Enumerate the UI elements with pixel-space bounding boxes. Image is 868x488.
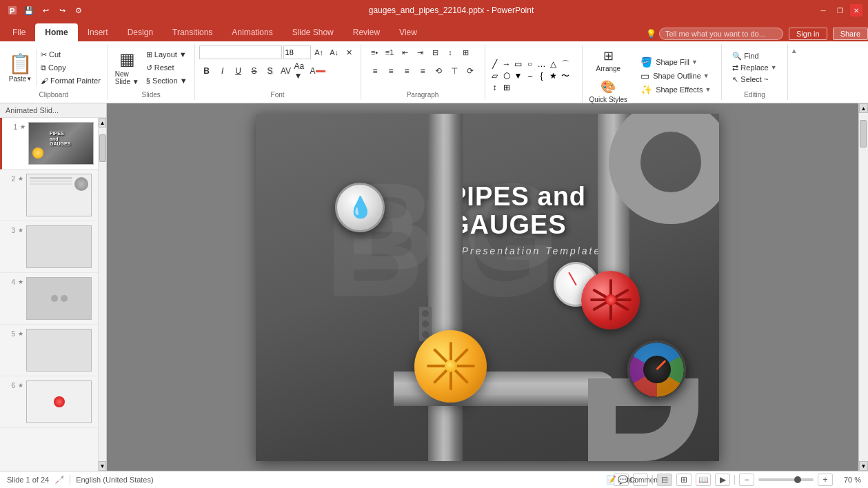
zoom-slider[interactable] xyxy=(758,478,814,481)
tab-slideshow[interactable]: Slide Show xyxy=(283,23,343,41)
slide-sorter-button[interactable]: ⊞ xyxy=(676,474,692,486)
strikethrough-button[interactable]: S xyxy=(247,63,262,79)
slide-item-6[interactable]: 6 ★ xyxy=(0,376,98,428)
increase-indent[interactable]: ⇥ xyxy=(413,45,427,59)
shape-effects-button[interactable]: ✨ Shape Effects ▼ xyxy=(638,83,713,96)
shape-triangle[interactable]: △ xyxy=(548,59,559,70)
slide-canvas[interactable]: BIG 💧 xyxy=(256,114,719,461)
share-button[interactable]: Share xyxy=(833,28,868,40)
tab-animations[interactable]: Animations xyxy=(222,23,282,41)
find-button[interactable]: 🔍 Find xyxy=(730,51,778,61)
scroll-up-btn[interactable]: ▲ xyxy=(99,118,106,128)
align-center[interactable]: ≡ xyxy=(383,63,398,79)
shape-arc[interactable]: ⌢ xyxy=(525,70,536,81)
clear-format[interactable]: ✕ xyxy=(343,45,356,59)
bullets-button[interactable]: ≡• xyxy=(367,45,381,59)
shape-circle[interactable]: ○ xyxy=(525,59,536,70)
shape-expand[interactable]: ⊞ xyxy=(501,82,512,93)
reading-view-button[interactable]: 📖 xyxy=(696,474,711,486)
shape-scroll[interactable]: ↕ xyxy=(489,82,501,93)
signin-button[interactable]: Sign in xyxy=(789,28,827,40)
font-name-input[interactable] xyxy=(199,45,282,59)
accessibility-btn[interactable]: 🦯 xyxy=(54,476,64,485)
shape-down[interactable]: ▼ xyxy=(513,70,524,81)
comments-button[interactable]: 💬 Comments xyxy=(633,474,648,486)
italic-button[interactable]: I xyxy=(215,63,230,79)
char-spacing-button[interactable]: AV xyxy=(279,63,294,79)
shape-line[interactable]: ╱ xyxy=(489,59,501,70)
align-right[interactable]: ≡ xyxy=(399,63,414,79)
tab-view[interactable]: View xyxy=(390,23,427,41)
layout-button[interactable]: ⊞ Layout ▼ xyxy=(143,49,190,61)
right-scrollbar[interactable]: ▲ ▼ xyxy=(858,103,868,471)
section-button[interactable]: § Section ▼ xyxy=(143,75,190,86)
align-left[interactable]: ≡ xyxy=(367,63,383,79)
columns-button[interactable]: ⊟ xyxy=(428,45,442,59)
normal-view-button[interactable]: ⊟ xyxy=(657,474,672,486)
underline-button[interactable]: U xyxy=(231,63,246,79)
right-scroll-down[interactable]: ▼ xyxy=(859,461,868,471)
new-slide-button[interactable]: ▦ NewSlide ▼ xyxy=(112,47,142,88)
tab-review[interactable]: Review xyxy=(343,23,390,41)
slide-panel-scrollbar[interactable]: ▲ ▼ xyxy=(98,118,106,471)
reset-button[interactable]: ↺ Reset xyxy=(143,62,190,74)
copy-button[interactable]: ⧉ Copy xyxy=(38,62,103,74)
scroll-down-btn[interactable]: ▼ xyxy=(99,461,106,471)
ribbon-expand-btn[interactable]: ▲ xyxy=(789,45,799,56)
shape-curve[interactable]: ⌒ xyxy=(560,59,571,70)
paste-button[interactable]: 📋 Paste ▼ xyxy=(4,49,37,86)
shape-arrow[interactable]: → xyxy=(501,59,512,70)
decrease-font-size[interactable]: A↓ xyxy=(327,45,341,59)
slide-item-4[interactable]: 4 ★ xyxy=(0,273,98,325)
tab-design[interactable]: Design xyxy=(118,23,163,41)
shadow-button[interactable]: S xyxy=(263,63,278,79)
slideshow-button[interactable]: ▶ xyxy=(715,474,730,486)
save-btn[interactable]: 💾 xyxy=(22,3,36,17)
quick-styles-button[interactable]: 🎨 Quick Styles xyxy=(585,77,632,106)
align-text[interactable]: ⊤ xyxy=(447,63,462,79)
font-color-button[interactable]: A xyxy=(310,63,325,79)
paragraph-dialog[interactable]: ⊞ xyxy=(458,45,472,59)
restore-btn[interactable]: ❐ xyxy=(834,4,846,17)
select-button[interactable]: ↖ Select ~ xyxy=(730,74,778,85)
minimize-btn[interactable]: ─ xyxy=(817,4,829,17)
format-painter-button[interactable]: 🖌 Format Painter xyxy=(38,75,103,86)
slide-item-5[interactable]: 5 ★ xyxy=(0,325,98,376)
shape-parallelogram[interactable]: ▱ xyxy=(489,70,501,81)
line-spacing-button[interactable]: ↕ xyxy=(443,45,457,59)
shape-callout[interactable]: ⬡ xyxy=(501,70,512,81)
numbering-button[interactable]: ≡1 xyxy=(383,45,396,59)
shape-rect[interactable]: ▭ xyxy=(513,59,524,70)
shape-fill-button[interactable]: 🪣 Shape Fill ▼ xyxy=(638,56,713,68)
change-case-button[interactable]: Aa ▼ xyxy=(294,63,310,79)
justify[interactable]: ≡ xyxy=(415,63,430,79)
undo-btn[interactable]: ↩ xyxy=(39,3,52,17)
shape-wavy[interactable]: 〜 xyxy=(560,70,571,81)
close-btn[interactable]: ✕ xyxy=(850,4,862,17)
slide-item-2[interactable]: 2 ★ xyxy=(0,170,98,221)
arrange-button[interactable]: ⊞ Arrange xyxy=(585,45,632,75)
bold-button[interactable]: B xyxy=(199,63,214,79)
shape-outline-button[interactable]: ▭ Shape Outline ▼ xyxy=(638,70,713,82)
right-scroll-up[interactable]: ▲ xyxy=(859,103,868,113)
customize-btn[interactable]: ⚙ xyxy=(72,3,85,17)
tell-me-input[interactable] xyxy=(659,28,783,40)
shape-brace[interactable]: { xyxy=(536,70,547,81)
decrease-indent[interactable]: ⇤ xyxy=(398,45,412,59)
redo-btn[interactable]: ↪ xyxy=(55,3,69,17)
zoom-out-button[interactable]: − xyxy=(739,474,754,486)
slide-item-3[interactable]: 3 ★ xyxy=(0,221,98,273)
zoom-in-button[interactable]: + xyxy=(818,474,833,486)
increase-font-size[interactable]: A↑ xyxy=(312,45,326,59)
shape-star[interactable]: ★ xyxy=(548,70,559,81)
tab-home[interactable]: Home xyxy=(35,23,77,41)
shape-more[interactable]: … xyxy=(536,59,547,70)
tab-transitions[interactable]: Transitions xyxy=(163,23,222,41)
cut-button[interactable]: ✂ Cut xyxy=(38,49,103,61)
font-size-input[interactable] xyxy=(283,45,311,59)
tab-file[interactable]: File xyxy=(3,23,35,41)
tab-insert[interactable]: Insert xyxy=(78,23,118,41)
replace-button[interactable]: ⇄ Replace ▼ xyxy=(730,63,778,73)
text-direction[interactable]: ⟲ xyxy=(431,63,446,79)
slide-item-1[interactable]: 1 ★ PIPESandGAUGES xyxy=(0,118,98,170)
